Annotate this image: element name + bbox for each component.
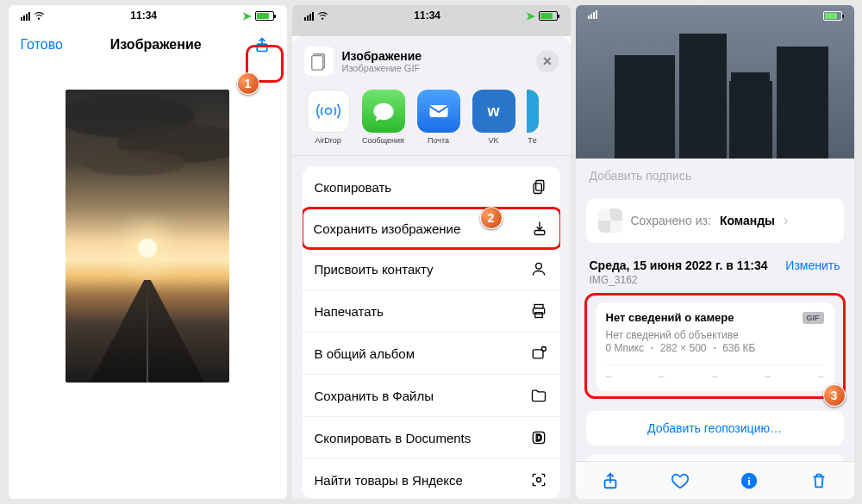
- folder-icon: [529, 386, 548, 405]
- svg-rect-12: [533, 350, 543, 358]
- screen-3-photo-info: Добавить подпись Сохранено из: Команды ›…: [576, 5, 854, 499]
- sheet-subtitle: Изображение GIF: [342, 63, 528, 73]
- shared-album-icon: [529, 344, 548, 363]
- app-telegram[interactable]: Tе: [525, 90, 540, 145]
- action-shared-album[interactable]: В общий альбом: [303, 333, 560, 375]
- svg-text:i: i: [748, 475, 752, 487]
- documents-app-icon: D: [529, 428, 548, 447]
- saved-from-row[interactable]: Сохранено из: Команды ›: [586, 198, 844, 243]
- action-copy-documents[interactable]: Скопировать в DocumentsD: [303, 417, 560, 459]
- toolbar-favorite-button[interactable]: [670, 470, 690, 491]
- date-row: Среда, 15 июня 2022 г. в 11:34 Изменить: [590, 258, 840, 272]
- add-geolocation-button[interactable]: Добавить геопозицию…: [586, 411, 844, 445]
- screen-2-share-sheet: 11:34 ➤ Изображение Изображение GIF ✕ Ai…: [292, 5, 571, 499]
- scan-icon: [529, 470, 548, 489]
- signal-icon: [588, 10, 597, 19]
- share-apps-row[interactable]: AirDrop Сообщения Почта wVK Tе: [292, 84, 571, 156]
- camera-info-card: Нет сведений о камереGIF Нет сведений об…: [596, 302, 834, 391]
- highlight-3: Нет сведений о камереGIF Нет сведений об…: [584, 293, 846, 399]
- copy-icon: [529, 177, 548, 196]
- signal-icon: [21, 12, 30, 21]
- action-print[interactable]: Напечатать: [303, 290, 560, 333]
- svg-rect-4: [429, 105, 447, 117]
- action-save-files[interactable]: Сохранить в Файлы: [303, 375, 560, 417]
- document-thumbnail: [304, 47, 334, 76]
- screen-1-image-viewer: 11:34 ➤ Готово Изображение 1: [9, 5, 287, 499]
- app-airdrop[interactable]: AirDrop: [304, 90, 353, 145]
- actions-list: Скопировать Сохранить изображение Присво…: [303, 166, 560, 499]
- callout-3: 3: [823, 384, 846, 407]
- filename-label: IMG_3162: [576, 272, 854, 286]
- svg-point-16: [536, 478, 540, 482]
- contact-icon: [529, 259, 548, 278]
- status-time: 11:34: [130, 9, 157, 22]
- svg-rect-6: [534, 184, 541, 194]
- done-button[interactable]: Готово: [21, 37, 63, 53]
- battery-icon: [539, 11, 558, 21]
- sheet-title: Изображение: [342, 49, 528, 63]
- toolbar-info-button[interactable]: i: [739, 470, 759, 491]
- status-bar: [576, 5, 854, 26]
- svg-point-8: [535, 263, 541, 269]
- svg-text:D: D: [535, 433, 541, 443]
- action-copy[interactable]: Скопировать: [303, 166, 560, 208]
- app-messages[interactable]: Сообщения: [359, 90, 408, 145]
- preview-image: [66, 90, 229, 383]
- svg-rect-7: [534, 231, 545, 235]
- date-label: Среда, 15 июня 2022 г. в 11:34: [590, 258, 768, 272]
- action-yandex-goods[interactable]: Найти товары в Яндексе: [303, 459, 560, 499]
- edit-button[interactable]: Изменить: [785, 258, 840, 272]
- no-camera-label: Нет сведений о камере: [606, 311, 734, 324]
- svg-point-13: [541, 347, 546, 352]
- exif-dashes: –––––: [606, 364, 824, 383]
- action-save-image[interactable]: Сохранить изображение: [303, 207, 560, 250]
- battery-icon: [823, 11, 842, 21]
- svg-rect-11: [534, 313, 541, 318]
- caption-input[interactable]: Добавить подпись: [576, 159, 854, 193]
- status-time: 11:34: [414, 9, 440, 22]
- svg-rect-2: [311, 56, 322, 71]
- action-assign-contact[interactable]: Присвоить контакту: [303, 248, 560, 290]
- battery-icon: [255, 11, 274, 21]
- app-mail[interactable]: Почта: [415, 90, 463, 145]
- photo-header[interactable]: [576, 5, 854, 159]
- page-title: Изображение: [110, 37, 202, 53]
- status-bar: 11:34 ➤: [292, 5, 571, 26]
- svg-rect-5: [535, 181, 543, 191]
- specs-label: 0 Мпикс ・ 282 × 500 ・ 636 КБ: [606, 341, 824, 356]
- location-icon: ➤: [526, 9, 535, 22]
- signal-icon: [304, 12, 314, 21]
- callout-1: 1: [237, 72, 259, 95]
- download-icon: [530, 219, 549, 238]
- svg-point-3: [325, 109, 331, 115]
- gif-badge: GIF: [803, 312, 824, 324]
- chevron-right-icon: ›: [784, 213, 788, 228]
- printer-icon: [529, 302, 548, 320]
- wifi-icon: [316, 9, 328, 21]
- share-sheet: Изображение Изображение GIF ✕ AirDrop Со…: [292, 36, 571, 499]
- toolbar-share-button[interactable]: [600, 470, 621, 491]
- toolbar-delete-button[interactable]: [809, 470, 829, 491]
- bottom-toolbar: i: [576, 461, 854, 499]
- location-icon: ➤: [242, 9, 252, 22]
- app-vk[interactable]: wVK: [470, 90, 518, 145]
- no-lens-label: Нет сведений об объективе: [606, 329, 824, 341]
- callout-2: 2: [480, 207, 503, 229]
- sheet-header: Изображение Изображение GIF ✕: [292, 36, 571, 84]
- image-viewport[interactable]: [9, 64, 287, 499]
- source-app-icon: [598, 208, 622, 233]
- status-bar: 11:34 ➤: [9, 5, 287, 26]
- close-button[interactable]: ✕: [536, 50, 559, 72]
- wifi-icon: [33, 9, 45, 21]
